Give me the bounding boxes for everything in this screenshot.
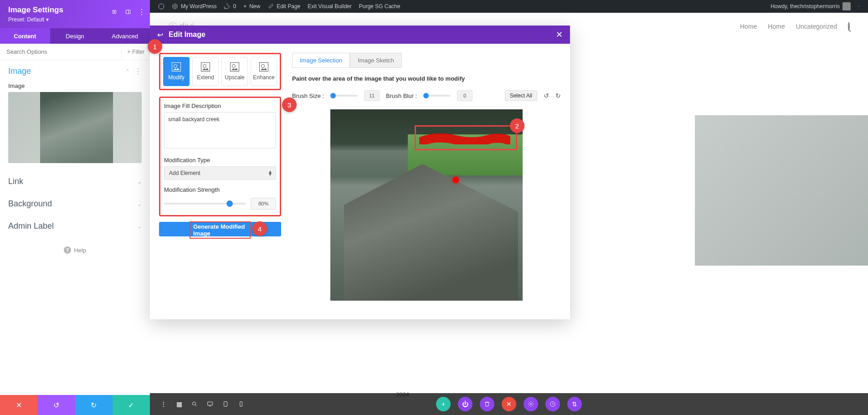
back-icon[interactable]: ↩ [157, 31, 163, 39]
undo-button[interactable]: ↺ [37, 395, 75, 415]
tab-content[interactable]: Content [0, 28, 50, 44]
section-image-header[interactable]: Image ⌃⋮ [0, 60, 150, 82]
extend-icon [201, 62, 210, 72]
purge-label: Purge SG Cache [359, 3, 401, 10]
svg-point-6 [114, 11, 115, 12]
new-label: New [249, 3, 260, 10]
callout-2: 2 [510, 118, 524, 133]
panel-toggle-icon[interactable] [124, 8, 132, 15]
brush-size-thumb[interactable] [330, 93, 336, 98]
site-name-label: My WordPress [181, 3, 216, 10]
bb-zoom-icon[interactable] [190, 400, 199, 409]
search-input[interactable] [0, 48, 121, 55]
exit-builder-link[interactable]: Exit Visual Builder [304, 3, 355, 10]
help-icon: ? [64, 246, 71, 254]
howdy-label: Howdy, thechristophermorris [770, 3, 840, 10]
bb-more-icon[interactable]: ⋮ [159, 400, 168, 409]
brush-blur-label: Brush Blur : [386, 92, 417, 99]
mode-enhance[interactable]: Enhance [251, 57, 277, 86]
brush-blur-thumb[interactable] [423, 93, 429, 98]
exit-builder-label: Exit Visual Builder [308, 3, 352, 10]
fullscreen-icon[interactable] [111, 8, 118, 15]
mode-upscale-label: Upscale [225, 74, 244, 81]
more-icon[interactable]: ⋮ [134, 67, 142, 76]
brush-blur-slider[interactable] [423, 95, 451, 97]
bb-history-button[interactable] [545, 397, 560, 411]
tab-advanced[interactable]: Advanced [100, 28, 150, 44]
sidebar-preset[interactable]: Preset: Default ▾ [8, 16, 142, 23]
help-link[interactable]: ? Help [0, 237, 150, 263]
svg-point-0 [159, 4, 164, 9]
bb-tablet-icon[interactable] [221, 400, 230, 409]
section-link[interactable]: Link ⌄ [0, 170, 150, 193]
mode-upscale[interactable]: Upscale [221, 57, 248, 86]
search-row: +Filter [0, 44, 150, 60]
brush-size-slider[interactable] [330, 95, 358, 97]
purge-cache-link[interactable]: Purge SG Cache [355, 3, 404, 10]
section-background[interactable]: Background ⌄ [0, 193, 150, 215]
bb-grid-icon[interactable]: ▦ [175, 400, 184, 409]
section-image-title: Image [8, 67, 31, 76]
bb-trash-button[interactable] [480, 397, 494, 411]
bb-add-button[interactable]: + [436, 397, 451, 411]
svg-point-3 [858, 6, 859, 7]
redo-icon[interactable]: ↻ [555, 92, 561, 99]
undo-icon[interactable]: ↺ [544, 92, 549, 99]
fill-description-input[interactable]: small backyard creek [164, 112, 276, 149]
edit-page-link[interactable]: Edit Page [264, 3, 304, 10]
section-admin-label[interactable]: Admin Label ⌄ [0, 215, 150, 237]
modification-type-select[interactable]: Add Element [164, 166, 276, 180]
tab-image-selection[interactable]: Image Selection [292, 53, 350, 68]
tab-design[interactable]: Design [50, 28, 100, 44]
chevron-down-icon: ⌄ [137, 179, 142, 185]
selection-tabs: Image Selection Image Sketch [292, 53, 561, 68]
section-admin-label-title: Admin Label [8, 221, 54, 231]
bb-settings-button[interactable] [524, 397, 538, 411]
redo-button[interactable]: ↻ [75, 395, 113, 415]
more-icon[interactable]: ⋮ [138, 8, 145, 15]
bb-power-button[interactable]: ⏻ [458, 397, 473, 411]
close-icon[interactable]: ✕ [556, 30, 563, 40]
filter-button[interactable]: +Filter [121, 44, 150, 60]
sidebar-tabs: Content Design Advanced [0, 28, 150, 44]
plus-icon: + [243, 3, 247, 10]
brush-cursor [452, 177, 459, 183]
mode-extend-label: Extend [197, 74, 214, 81]
builder-bottom-bar: ⋮ ▦ + ⏻ ✕ ⇅ [150, 393, 868, 415]
site-name[interactable]: My WordPress [168, 3, 220, 10]
strength-slider[interactable] [164, 203, 246, 205]
form-box: Image Fill Description small backyard cr… [159, 97, 281, 216]
plus-icon: + [127, 49, 130, 55]
select-all-button[interactable]: Select All [505, 90, 537, 101]
bb-sort-button[interactable]: ⇅ [567, 397, 582, 411]
slider-thumb[interactable] [226, 200, 233, 207]
mode-extend[interactable]: Extend [192, 57, 219, 86]
cancel-button[interactable]: ✕ [0, 395, 37, 415]
svg-line-10 [195, 405, 197, 406]
brush-controls: Brush Size : 11 Brush Blur : 0 Select Al… [292, 90, 561, 101]
nav-home-2[interactable]: Home [768, 23, 785, 30]
wp-logo[interactable] [154, 3, 168, 10]
nav-home-1[interactable]: Home [740, 23, 757, 30]
edit-image-modal: ↩ Edit Image ✕ Modify Extend Upscale Enh… [150, 26, 570, 319]
bb-desktop-icon[interactable] [205, 400, 215, 409]
howdy-user[interactable]: Howdy, thechristophermorris [767, 2, 854, 10]
callout-3: 3 [282, 97, 297, 112]
bb-phone-icon[interactable] [236, 400, 246, 409]
tab-image-sketch[interactable]: Image Sketch [350, 53, 402, 68]
section-image-body: Image [0, 82, 150, 170]
settings-sidebar: Image Settings Preset: Default ▾ ⋮ Conte… [0, 0, 150, 415]
callout-1: 1 [148, 39, 162, 54]
wp-search-button[interactable] [854, 2, 863, 11]
save-button[interactable]: ✓ [113, 395, 150, 415]
svg-rect-14 [240, 402, 242, 407]
sidebar-header: Image Settings Preset: Default ▾ ⋮ [0, 0, 150, 28]
image-thumbnail[interactable] [8, 92, 142, 163]
image-canvas[interactable] [330, 109, 523, 301]
comments-link[interactable]: 0 [220, 3, 240, 10]
mode-modify[interactable]: Modify [163, 57, 190, 86]
bb-close-button[interactable]: ✕ [502, 397, 516, 411]
nav-search-icon[interactable] [848, 23, 850, 30]
nav-uncategorized[interactable]: Uncategorized [796, 23, 837, 30]
new-link[interactable]: +New [240, 3, 264, 10]
